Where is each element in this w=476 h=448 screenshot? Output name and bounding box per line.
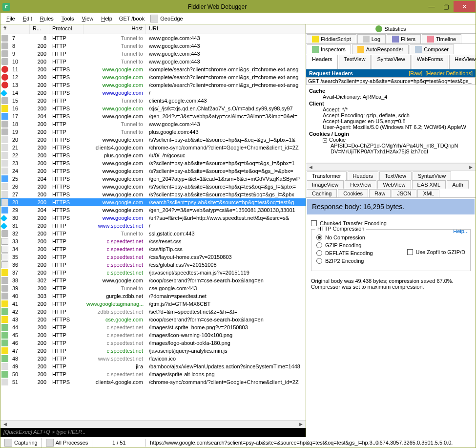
menu-edit[interactable]: Edit: [19, 15, 36, 22]
tab-log[interactable]: Log: [357, 34, 386, 43]
tab-autoresponder[interactable]: AutoResponder: [352, 44, 409, 54]
resptab-raw[interactable]: Raw: [369, 189, 391, 197]
session-row[interactable]: 37200HTTPc.speedtest.net/javascript/spee…: [0, 269, 306, 277]
session-row[interactable]: 10200HTTPTunnel towww.google.com:443: [0, 58, 306, 65]
resptab-cookies[interactable]: Cookies: [338, 189, 368, 197]
menu-view[interactable]: View: [78, 15, 98, 22]
minimize-button[interactable]: —: [424, 1, 439, 12]
resptab-headers[interactable]: Headers: [348, 171, 379, 180]
sessions-grid[interactable]: # R... Protocol Host URL 78HTTPTunnel to…: [0, 24, 306, 420]
session-row[interactable]: 45200HTTPc.speedtest.net/images/icon-war…: [0, 331, 306, 339]
reqtab-textview[interactable]: TextView: [339, 55, 371, 69]
tab-composer[interactable]: Composer: [410, 44, 454, 54]
col-result[interactable]: R...: [30, 24, 49, 34]
session-row[interactable]: 78HTTPTunnel towww.google.com:443: [0, 34, 306, 42]
col-number[interactable]: #: [0, 24, 30, 34]
session-row[interactable]: 23200HTTPSwww.google.com/s?sclient=psy-a…: [0, 159, 306, 167]
tab-fiddlerscript[interactable]: FiddlerScript: [307, 34, 356, 43]
session-row[interactable]: 47200HTTPc.speedtest.net/javascript/jque…: [0, 347, 306, 355]
resptab-hexview[interactable]: HexView: [345, 180, 376, 189]
hdr-accept-language[interactable]: Accept-Language: en-US,en;q=0.8: [309, 118, 473, 124]
hdr-accept-encoding[interactable]: Accept-Encoding: gzip, deflate, sdch: [309, 112, 473, 118]
session-row[interactable]: 26200HTTPSwww.google.com/s?sclient=psy-a…: [0, 183, 306, 191]
session-row[interactable]: 40303HTTPgurgle.zdbb.net/?domain=speedte…: [0, 292, 306, 300]
session-row[interactable]: 34200HTTPc.speedtest.net/css/tipTip.css: [0, 245, 306, 253]
col-host[interactable]: Host: [83, 24, 146, 34]
session-row[interactable]: 18200HTTPTunnel towww.google.com:443: [0, 120, 306, 128]
headers-tree[interactable]: Cache Avail-Dictionary: AjRMca_4 Client …: [306, 85, 476, 163]
session-row[interactable]: 46200HTTPc.speedtest.net/images/logo-abo…: [0, 339, 306, 347]
status-processes[interactable]: All Processes: [42, 438, 93, 448]
session-row[interactable]: 32200HTTPTunnel tossl.gstatic.com:443: [0, 230, 306, 237]
grid-hscroll[interactable]: ◄►: [0, 420, 306, 428]
session-row[interactable]: 19200HTTPTunnel toplus.google.com:443: [0, 128, 306, 136]
menu-file[interactable]: File: [2, 15, 19, 22]
tab-filters[interactable]: Filters: [387, 34, 421, 43]
menu-tools[interactable]: Tools: [58, 15, 78, 22]
quickexec-bar[interactable]: [QuickExec] ALT+Q > type HELP...: [0, 428, 306, 437]
session-row[interactable]: 31200HTTPwww.speedtest.net/: [0, 222, 306, 230]
hdr-avail-dict[interactable]: Avail-Dictionary: AjRMca_4: [309, 94, 473, 100]
resptab-xml[interactable]: XML: [417, 189, 439, 197]
resptab-auth[interactable]: Auth: [447, 180, 469, 189]
session-row[interactable]: 20200HTTPSwww.google.com/s?sclient=psy-a…: [0, 136, 306, 144]
status-capturing[interactable]: Capturing: [0, 438, 42, 448]
session-row[interactable]: 8200HTTPTunnel towww.google.com:443: [0, 42, 306, 50]
session-row[interactable]: 44200HTTPc.speedtest.net/images/st-sprit…: [0, 323, 306, 331]
session-row[interactable]: 17204HTTPSwww.google.com/gen_204?v=3&s=w…: [0, 112, 306, 120]
session-row[interactable]: 35200HTTPc.speedtest.net/css/layout-home…: [0, 253, 306, 261]
get-book-button[interactable]: GET /book: [116, 15, 147, 22]
session-row[interactable]: 25204HTTPSwww.google.com/gen_204?atyp=i&…: [0, 175, 306, 183]
session-row[interactable]: 28200HTTPSwww.google.com/search?sclient=…: [0, 198, 306, 206]
radio-deflate-encoding[interactable]: [316, 250, 322, 256]
hdr-user-agent[interactable]: User-Agent: Mozilla/5.0 (Windows NT 6.2;…: [309, 124, 473, 130]
session-row[interactable]: 33200HTTPc.speedtest.net/css/reset.css: [0, 237, 306, 245]
tab-inspectors[interactable]: Inspectors: [307, 44, 351, 54]
reqtab-syntaxview[interactable]: SyntaxView: [372, 55, 410, 69]
tab-timeline[interactable]: Timeline: [422, 34, 461, 43]
reqtab-webforms[interactable]: WebForms: [412, 55, 449, 69]
hdr-accept[interactable]: Accept: */*: [309, 107, 473, 112]
statistics-tab[interactable]: Statistics: [306, 24, 476, 34]
radio-gzip-encoding[interactable]: [316, 242, 322, 248]
resptab-caching[interactable]: Caching: [307, 189, 337, 197]
col-protocol[interactable]: Protocol: [49, 24, 83, 34]
menu-help[interactable]: Help: [97, 15, 116, 22]
session-row[interactable]: 50200HTTPc.speedtest.net/images/sprite-a…: [0, 370, 306, 378]
resptab-transformer[interactable]: Transformer: [307, 171, 347, 180]
headers-hscroll[interactable]: ◄►: [306, 163, 476, 171]
session-row[interactable]: 22200HTTPSplus.google.com/u/0/_/n/gcosuc: [0, 151, 306, 159]
col-url[interactable]: URL: [146, 24, 306, 34]
session-row[interactable]: 42200HTTPzdbb.speedtest.net/set?d=&m=spe…: [0, 308, 306, 316]
session-row[interactable]: 13200HTTPSwww.google.com/complete/search…: [0, 81, 306, 89]
reqhdr-defs-link[interactable]: [Header Definitions]: [425, 70, 473, 76]
session-row[interactable]: 24200HTTPSwww.google.com/s?sclient=psy-a…: [0, 167, 306, 175]
resptab-imageview[interactable]: ImageView: [307, 180, 344, 189]
resptab-syntaxview[interactable]: SyntaxView: [413, 171, 451, 180]
zopfli-checkbox[interactable]: [407, 249, 413, 255]
session-row[interactable]: 29204HTTPSwww.google.com/gen_204?v=3&s=w…: [0, 206, 306, 214]
radio-bzip2-encoding[interactable]: [316, 258, 322, 264]
session-row[interactable]: 15200HTTPTunnel toclients4.google.com:44…: [0, 97, 306, 105]
cookie-dv[interactable]: DV=MrUjiTKP0AYTxh1HzAx75jS izh7oqI: [309, 149, 473, 154]
reqtab-hexview[interactable]: HexView: [449, 55, 476, 69]
session-row[interactable]: 27200HTTPSwww.google.com/s?sclient=psy-a…: [0, 191, 306, 198]
maximize-button[interactable]: ▢: [439, 1, 454, 12]
resptab-json[interactable]: JSON: [392, 189, 416, 197]
session-row[interactable]: 39200HTTPTunnel tocse.google.com:443: [0, 284, 306, 292]
session-row[interactable]: 43200HTTPScse.google.com/coop/cse/brand?…: [0, 316, 306, 323]
session-row[interactable]: 12200HTTPSwww.google.com/complete/search…: [0, 73, 306, 81]
session-row[interactable]: 38302HTTPwww.google.com/coop/cse/brand?f…: [0, 277, 306, 284]
session-row[interactable]: 14200HTTPSwww.google.com/: [0, 89, 306, 97]
cookie-apisid[interactable]: APISID=Do-ChZP1d-CMgYrh/APa4UN_nt8_TDQnp…: [309, 143, 473, 149]
radio-no-compression[interactable]: [316, 235, 322, 240]
session-row[interactable]: 9200HTTPTunnel towww.google.com:443: [0, 50, 306, 58]
session-row[interactable]: 11200HTTPSwww.google.com/complete/search…: [0, 65, 306, 73]
menu-rules[interactable]: Rules: [36, 15, 58, 22]
reqhdr-raw-link[interactable]: [Raw]: [409, 70, 422, 76]
resptab-easxml[interactable]: EAS XML: [412, 180, 446, 189]
session-row[interactable]: 36200HTTPc.speedtest.net/css/global.css?…: [0, 261, 306, 269]
geoedge-button[interactable]: GeoEdge: [147, 14, 186, 23]
reqtab-headers[interactable]: Headers: [307, 55, 338, 69]
close-button[interactable]: ✕: [454, 1, 476, 12]
